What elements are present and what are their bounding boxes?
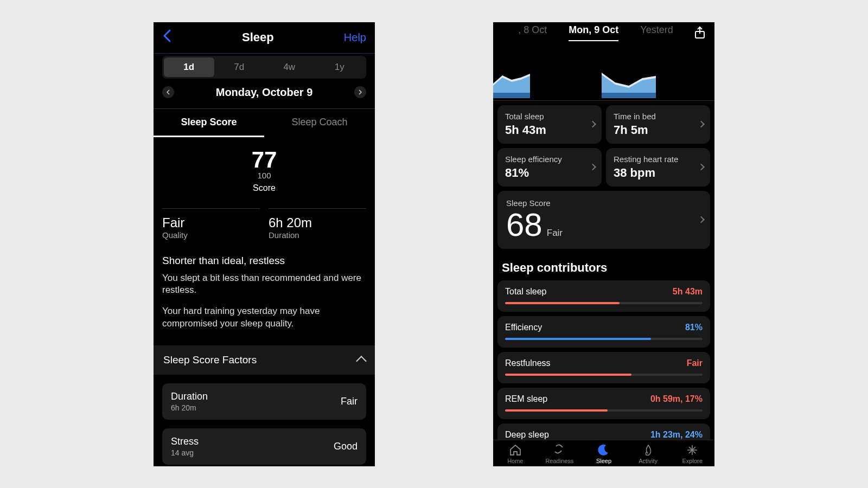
header: Sleep Help	[154, 22, 375, 54]
date-tab-selected[interactable]: Mon, 9 Oct	[569, 24, 618, 41]
back-button[interactable]	[162, 28, 172, 48]
insight-body: You slept a bit less than recommended an…	[154, 272, 375, 339]
tab-sleep-score[interactable]: Sleep Score	[154, 109, 264, 137]
tile-sleep-score[interactable]: Sleep Score 68 Fair	[497, 191, 710, 249]
quality-caption: Quality	[162, 230, 260, 240]
progress-fill	[505, 409, 608, 412]
next-day-button[interactable]	[354, 86, 366, 98]
range-7d[interactable]: 7d	[214, 57, 265, 77]
contributor-value: Fair	[687, 358, 703, 368]
date-tab-prev[interactable]: , 8 Oct	[518, 24, 547, 41]
home-icon	[509, 444, 522, 457]
factor-name: Duration	[171, 391, 208, 402]
factor-left: Duration 6h 20m	[171, 391, 208, 412]
factor-rating: Fair	[341, 396, 358, 407]
tile-label: Total sleep	[505, 112, 594, 121]
moon-icon	[597, 444, 610, 457]
date-tab-next[interactable]: Yesterd	[640, 24, 673, 41]
prev-day-button[interactable]	[162, 86, 174, 98]
contributors-list: Total sleep5h 43mEfficiency81%Restfulnes…	[497, 280, 710, 440]
contributor-name: Restfulness	[505, 358, 551, 368]
quality-stat: Fair Quality	[162, 208, 260, 240]
factor-left: Stress 14 avg	[171, 436, 199, 457]
factors-title: Sleep Score Factors	[163, 354, 257, 366]
duration-stat: 6h 20m Duration	[269, 208, 366, 240]
progress-fill	[505, 302, 620, 304]
contributor-row-top: Efficiency81%	[505, 323, 703, 332]
tab-sleep-coach[interactable]: Sleep Coach	[264, 109, 375, 137]
insight-title: Shorter than ideal, restless	[154, 240, 375, 272]
nav-label: Sleep	[596, 458, 611, 464]
metric-tiles: Total sleep 5h 43m Time in bed 7h 5m Sle…	[497, 105, 710, 187]
time-range-segmented: 1d 7d 4w 1y	[162, 56, 366, 79]
date-navigator: Monday, October 9	[154, 79, 375, 108]
factor-stress[interactable]: Stress 14 avg Good	[162, 428, 366, 465]
contributor-name: Total sleep	[505, 287, 547, 297]
contributor-name: REM sleep	[505, 394, 547, 404]
contributor-value: 1h 23m, 24%	[650, 430, 703, 440]
chart-selected-day[interactable]	[602, 63, 656, 98]
tile-total-sleep[interactable]: Total sleep 5h 43m	[497, 105, 602, 144]
contributor-value: 0h 59m, 17%	[650, 394, 703, 404]
readiness-icon	[553, 444, 566, 457]
nav-readiness[interactable]: Readiness	[538, 444, 582, 464]
sparkle-icon	[686, 444, 699, 457]
factor-sub: 14 avg	[171, 448, 199, 457]
score-block: 77 100 Score	[154, 137, 375, 196]
contributor-row[interactable]: REM sleep0h 59m, 17%	[497, 388, 710, 419]
contributor-name: Efficiency	[505, 323, 542, 332]
nav-label: Explore	[682, 458, 703, 464]
help-button[interactable]: Help	[344, 31, 366, 44]
bottom-nav: Home Readiness Sleep Activity	[493, 440, 714, 466]
svg-marker-6	[602, 74, 656, 93]
share-icon	[694, 26, 706, 39]
factors-header[interactable]: Sleep Score Factors	[154, 345, 375, 375]
tile-value: 38 bpm	[614, 166, 703, 180]
nav-explore[interactable]: Explore	[670, 444, 714, 464]
chart-prev-day[interactable]	[493, 63, 547, 98]
phone-sleep-detail: , 8 Oct Mon, 9 Oct Yesterd	[493, 22, 714, 466]
mini-charts-row	[493, 41, 714, 101]
factor-sub: 6h 20m	[171, 403, 208, 412]
factor-rating: Good	[334, 441, 358, 452]
factor-name: Stress	[171, 436, 199, 447]
share-button[interactable]	[694, 27, 706, 38]
range-1y[interactable]: 1y	[315, 57, 365, 77]
range-1d[interactable]: 1d	[164, 57, 214, 77]
factor-duration[interactable]: Duration 6h 20m Fair	[162, 383, 366, 420]
contributor-row[interactable]: Deep sleep1h 23m, 24%	[497, 423, 710, 440]
nav-label: Activity	[639, 458, 658, 464]
date-tab-bar: , 8 Oct Mon, 9 Oct Yesterd	[493, 22, 714, 41]
nav-activity[interactable]: Activity	[626, 444, 671, 464]
selected-date: Monday, October 9	[216, 86, 313, 99]
date-tabs: , 8 Oct Mon, 9 Oct Yesterd	[502, 24, 690, 41]
tile-label: Sleep efficiency	[505, 155, 594, 164]
tile-value: 7h 5m	[614, 123, 703, 137]
tile-time-in-bed[interactable]: Time in bed 7h 5m	[606, 105, 710, 144]
progress-bar	[505, 302, 703, 304]
contributor-row[interactable]: Efficiency81%	[497, 316, 710, 348]
score-quality: Fair	[547, 228, 563, 239]
chevron-left-icon	[166, 89, 170, 95]
progress-fill	[505, 338, 651, 340]
chevron-up-icon	[356, 356, 367, 367]
nav-home[interactable]: Home	[493, 444, 538, 464]
insight-text-1: You slept a bit less than recommended an…	[162, 272, 366, 297]
contributor-value: 81%	[685, 323, 703, 332]
score-value: 68	[506, 209, 542, 241]
contributor-row[interactable]: RestfulnessFair	[497, 352, 710, 383]
tile-resting-hr[interactable]: Resting heart rate 38 bpm	[606, 148, 710, 187]
tile-sleep-efficiency[interactable]: Sleep efficiency 81%	[497, 148, 602, 187]
progress-bar	[505, 374, 703, 376]
tile-label: Resting heart rate	[614, 155, 703, 164]
contributor-row[interactable]: Total sleep5h 43m	[497, 280, 710, 312]
range-4w[interactable]: 4w	[264, 57, 315, 77]
nav-label: Home	[507, 458, 523, 464]
nav-label: Readiness	[545, 458, 573, 464]
score-max: 100	[154, 171, 375, 180]
tile-label: Time in bed	[614, 112, 703, 121]
chevron-left-icon	[162, 28, 172, 43]
contributor-row-top: Total sleep5h 43m	[505, 287, 703, 297]
nav-sleep[interactable]: Sleep	[582, 444, 626, 464]
duration-caption: Duration	[269, 230, 366, 240]
